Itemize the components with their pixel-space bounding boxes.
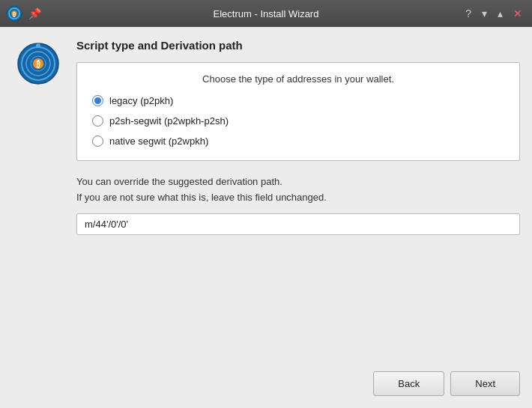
- radio-p2sh[interactable]: [92, 115, 103, 127]
- titlebar: ₿ 📌 Electrum - Install Wizard ? ▾ ▴ ✕: [0, 0, 532, 27]
- titlebar-left: ₿ 📌: [6, 5, 41, 22]
- radio-legacy-label: legacy (p2pkh): [109, 95, 173, 106]
- next-button[interactable]: Next: [450, 371, 520, 396]
- back-button[interactable]: Back: [373, 371, 444, 396]
- override-line1: You can override the suggested derivatio…: [76, 176, 282, 187]
- options-box: Choose the type of addresses in your wal…: [76, 62, 520, 161]
- minimize-button[interactable]: ▾: [478, 7, 491, 20]
- override-line2: If you are not sure what this is, leave …: [76, 192, 327, 203]
- right-panel: Script type and Derivation path Choose t…: [76, 39, 520, 396]
- radio-group: legacy (p2pkh) p2sh-segwit (p2wpkh-p2sh)…: [92, 95, 504, 147]
- main-content: ₿ Script type and Derivation path Choose…: [0, 27, 532, 408]
- derivation-path-input[interactable]: [76, 213, 520, 235]
- footer: Back Next: [76, 365, 520, 396]
- svg-text:₿: ₿: [36, 60, 40, 69]
- radio-p2sh-label: p2sh-segwit (p2wpkh-p2sh): [109, 115, 229, 127]
- pin-icon[interactable]: 📌: [28, 7, 41, 19]
- override-text: You can override the suggested derivatio…: [76, 174, 520, 206]
- radio-native-label: native segwit (p2wpkh): [109, 136, 208, 147]
- titlebar-title: Electrum - Install Wizard: [214, 8, 319, 19]
- options-subtitle: Choose the type of addresses in your wal…: [92, 73, 504, 85]
- logo-area: ₿: [12, 39, 64, 396]
- help-button[interactable]: ?: [462, 7, 475, 20]
- radio-item-native[interactable]: native segwit (p2wpkh): [92, 136, 504, 147]
- app-icon: ₿: [6, 5, 22, 22]
- radio-legacy[interactable]: [92, 95, 103, 106]
- close-button[interactable]: ✕: [510, 7, 526, 20]
- override-section: You can override the suggested derivatio…: [76, 174, 520, 235]
- maximize-button[interactable]: ▴: [494, 7, 507, 20]
- radio-item-p2sh[interactable]: p2sh-segwit (p2wpkh-p2sh): [92, 115, 504, 127]
- section-title: Script type and Derivation path: [76, 39, 520, 52]
- radio-item-legacy[interactable]: legacy (p2pkh): [92, 95, 504, 106]
- titlebar-controls: ? ▾ ▴ ✕: [462, 7, 526, 20]
- electrum-logo: ₿: [16, 42, 60, 85]
- svg-point-10: [36, 43, 40, 48]
- radio-native[interactable]: [92, 136, 103, 147]
